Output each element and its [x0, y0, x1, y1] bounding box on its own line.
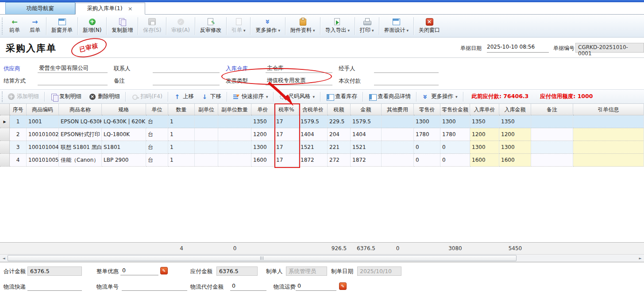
logistics-no-field[interactable] [122, 282, 187, 291]
table-cell: 1 [168, 115, 195, 128]
table-cell: 1 [168, 128, 195, 141]
column-header[interactable]: 数量 [168, 104, 195, 115]
toolbar-button-prev-doc[interactable]: ←前单 [4, 15, 25, 37]
column-header[interactable]: 入库单价 [470, 104, 499, 115]
column-header[interactable]: 零售价金额 [440, 104, 470, 115]
detail-button-quick-sort[interactable]: 快速排序▾ [229, 91, 271, 103]
logistics-express-field[interactable] [27, 282, 82, 291]
discount-edit-button[interactable]: ✎ [160, 267, 168, 274]
column-header[interactable]: 单价 [251, 104, 274, 115]
supplier-field[interactable]: 爱普生中国有限公司 [38, 64, 108, 73]
toolbar-button-import-export[interactable]: 导入导出▾ [321, 15, 354, 37]
toolbar-grip[interactable] [2, 18, 3, 34]
column-header[interactable]: 金额 [351, 104, 382, 115]
toolbar-button-new-window-doc[interactable]: 新窗开单 [47, 15, 77, 37]
toolbar-button-ref-doc: 引单▾ [228, 15, 250, 37]
detail-button-more-line-actions[interactable]: 更多操作▾ [419, 91, 461, 103]
toolbar-button-print[interactable]: 打印▾ [356, 15, 378, 37]
handler-field[interactable] [374, 64, 439, 73]
detail-button-move-up[interactable]: ↑上移 [170, 91, 197, 103]
table-cell [382, 128, 414, 141]
column-header[interactable]: 税率% [274, 104, 299, 115]
detail-button-move-down[interactable]: ↓下移 [198, 91, 224, 103]
toolbar-separator [285, 17, 285, 35]
column-header[interactable]: 零售价 [414, 104, 440, 115]
totals-cell [146, 243, 168, 254]
scrollbar-thumb[interactable] [8, 255, 517, 261]
h-scrollbar[interactable]: ◄ ► [0, 254, 644, 262]
toolbar-button-next-doc[interactable]: →后单 [25, 15, 45, 37]
scroll-left-icon[interactable]: ◄ [0, 255, 8, 262]
column-header[interactable]: 规格 [102, 104, 146, 115]
invoice-type-field[interactable]: 增值税专用发票 [266, 76, 332, 85]
toolbar-button-close-window[interactable]: 关闭窗口 [415, 15, 444, 37]
creator-field: 系统管理员 [286, 267, 327, 276]
dropdown-arrow-icon: ▾ [407, 28, 409, 33]
scrollbar-grip-icon [260, 256, 264, 260]
column-header[interactable]: 其他费用 [382, 104, 414, 115]
logistics-fee-field[interactable]: 0 [296, 282, 336, 291]
column-header[interactable]: 入库金额 [499, 104, 531, 115]
column-header[interactable]: 副单位数量 [218, 104, 251, 115]
toolbar-button-ui-design[interactable]: 界面设计▾ [380, 15, 413, 37]
tab-nav-window[interactable]: 功能导航窗 [5, 2, 75, 14]
doc-no-field: CGRKD-20251010-0001 [575, 43, 644, 53]
column-header[interactable]: 商品编码 [27, 104, 59, 115]
detail-button-view-stock[interactable]: 查看库存 [323, 91, 360, 103]
table-row[interactable]: 2100101002EPSON针式打印LQ-1800K台112001714042… [0, 128, 644, 141]
detail-button-size-style[interactable]: 尺码风格▾ [276, 91, 318, 103]
toolbar-grip[interactable] [2, 91, 3, 102]
close-tab-icon[interactable]: × [127, 5, 134, 12]
table-row[interactable]: 3100101004联想 S1801 黑白S1801台1130017152122… [0, 141, 644, 154]
column-header[interactable]: 序号 [10, 104, 27, 115]
table-row[interactable]: 4100101005佳能（Canon）LBP 2900台116001718722… [0, 154, 644, 167]
column-header[interactable]: 含税单价 [299, 104, 328, 115]
toolbar-button-attachments[interactable]: 附件资料▾ [286, 15, 319, 37]
table-row[interactable]: ▶11001EPSON LQ-630KLQ-630K | 620K台113501… [0, 115, 644, 128]
scan-key-icon [131, 93, 139, 100]
payment-now-field[interactable] [374, 76, 439, 85]
row-indicator: ▶ [0, 115, 10, 128]
scroll-right-icon[interactable]: ► [636, 255, 644, 262]
table-cell: LQ-630K | 620K [102, 115, 146, 128]
remark-field[interactable] [153, 76, 220, 85]
dropdown-arrow-icon: ▾ [243, 28, 246, 33]
warehouse-field[interactable]: 主仓库 [266, 64, 332, 73]
toolbar-separator [355, 17, 355, 35]
doc-date-field[interactable]: 2025-10-10 08:56 [487, 44, 549, 53]
tab-purchase-inbound[interactable]: 采购入库单(1) × [75, 3, 145, 15]
gear-icon [279, 93, 286, 100]
table-cell: 1 [10, 115, 27, 128]
toolbar-button-more-actions[interactable]: 更多操作▾ [251, 15, 284, 37]
column-header[interactable]: 备注 [531, 104, 573, 115]
column-header[interactable]: 商品名称 [59, 104, 102, 115]
toolbar-button-label: 新增(N) [83, 27, 101, 34]
discount-field[interactable]: 0 [120, 267, 158, 275]
page-title: 采购入库单 [6, 42, 57, 54]
toolbar-button-unaudit-modify[interactable]: 反审修改 [196, 15, 225, 37]
toolbar-button-add-new[interactable]: 新增(N) [79, 15, 105, 37]
table-cell [195, 154, 218, 167]
table-cell [573, 141, 644, 154]
supplier-label: 供应商 [4, 65, 38, 72]
toolbar-separator [320, 92, 320, 102]
column-header[interactable]: 副单位 [195, 104, 218, 115]
detail-button-label: 更多操作 [431, 93, 453, 100]
toolbar-button-label: 新窗开单 [51, 27, 73, 34]
logistics-paid-field[interactable]: 0 [230, 282, 266, 291]
detail-button-copy-line[interactable]: 复制明细 [47, 91, 85, 103]
detail-button-delete-line[interactable]: 删除明细 [85, 91, 123, 103]
logistics-fee-edit-button[interactable]: ✎ [339, 282, 347, 290]
scrollbar-track[interactable] [8, 255, 636, 262]
table-cell: 1600 [499, 154, 531, 167]
detail-button-view-product-detail[interactable]: 查看商品详情 [365, 91, 414, 103]
column-header[interactable]: 税额 [328, 104, 351, 115]
toolbar-separator [250, 17, 251, 35]
settlement-method-field[interactable] [38, 76, 108, 85]
column-header[interactable]: 引单信息 [573, 104, 644, 115]
table-cell: 17 [274, 128, 299, 141]
contact-field[interactable] [153, 64, 220, 73]
toolbar-separator [168, 92, 168, 102]
toolbar-button-copy-add[interactable]: 复制新增 [108, 15, 137, 37]
column-header[interactable]: 单位 [146, 104, 168, 115]
